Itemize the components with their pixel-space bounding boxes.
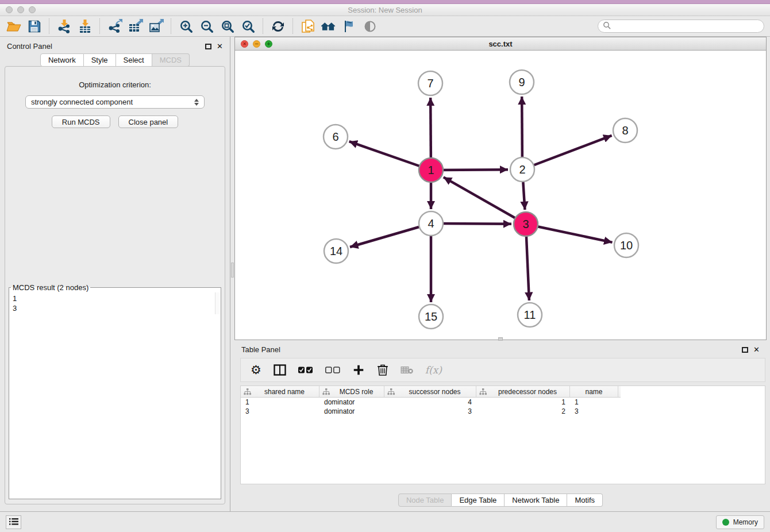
network-window-title: scc.txt	[235, 40, 766, 48]
horizontal-splitter-handle[interactable]	[498, 337, 503, 341]
tab-edge-table[interactable]: Edge Table	[452, 494, 505, 507]
export-table-icon[interactable]	[128, 18, 143, 34]
show-column-icon[interactable]	[274, 363, 286, 377]
add-column-icon[interactable]	[352, 363, 365, 377]
edge-3-1[interactable]	[444, 177, 526, 224]
flag-icon[interactable]	[341, 18, 357, 34]
tab-network-table[interactable]: Network Table	[505, 494, 567, 507]
network-window-titlebar[interactable]: scc.txt	[235, 37, 766, 51]
svg-text:6: 6	[332, 130, 338, 143]
minimize-window-button[interactable]	[17, 6, 24, 13]
control-panel: Control Panel ✕ NetworkStyleSelectMCDS O…	[0, 37, 230, 511]
tab-motifs[interactable]: Motifs	[567, 494, 603, 507]
tab-select[interactable]: Select	[116, 53, 152, 67]
mcds-result-text[interactable]: 1 3	[10, 292, 215, 314]
network-canvas[interactable]: 7968124314101511	[235, 51, 766, 340]
node-1[interactable]: 1	[419, 158, 443, 182]
cell[interactable]: 1	[241, 398, 319, 406]
delete-column-trash-icon[interactable]	[377, 363, 388, 377]
save-session-icon[interactable]	[26, 18, 42, 34]
close-network-icon[interactable]	[241, 40, 248, 48]
minimize-network-icon[interactable]	[253, 40, 260, 48]
vertical-splitter[interactable]	[230, 37, 234, 511]
node-4[interactable]: 4	[419, 211, 443, 236]
close-panel-button[interactable]: Close panel	[118, 115, 179, 128]
column-header-mcds-role[interactable]: MCDS role	[319, 386, 384, 397]
edge-1-6[interactable]	[349, 141, 431, 170]
column-header-successor-nodes[interactable]: successor nodes	[384, 386, 476, 397]
table-row[interactable]: 1dominator411	[241, 398, 765, 407]
network-from-file-icon[interactable]	[300, 18, 315, 34]
zoom-fit-icon[interactable]	[220, 18, 235, 34]
column-header-name[interactable]: name	[570, 386, 618, 397]
criterion-select[interactable]: strongly connected component	[25, 95, 205, 109]
network-graph[interactable]: 7968124314101511	[235, 51, 766, 340]
node-6[interactable]: 6	[324, 125, 348, 149]
node-10[interactable]: 10	[614, 233, 638, 257]
node-11[interactable]: 11	[518, 303, 542, 327]
node-7[interactable]: 7	[418, 71, 442, 95]
table-row[interactable]: 3dominator323	[241, 407, 765, 416]
zoom-in-icon[interactable]	[178, 18, 194, 34]
memory-button[interactable]: Memory	[716, 515, 764, 529]
control-panel-tabs: NetworkStyleSelectMCDS	[0, 53, 230, 67]
open-session-icon[interactable]	[6, 18, 21, 34]
main-area: Control Panel ✕ NetworkStyleSelectMCDS O…	[0, 37, 770, 511]
cell[interactable]: 1	[570, 398, 618, 406]
node-9[interactable]: 9	[510, 70, 534, 94]
import-table-icon[interactable]	[77, 18, 93, 34]
column-tree-icon	[322, 388, 330, 395]
unselect-all-columns-icon[interactable]	[325, 363, 340, 377]
svg-text:11: 11	[524, 309, 536, 321]
tab-mcds[interactable]: MCDS	[152, 53, 190, 67]
zoom-window-button[interactable]	[29, 6, 36, 13]
tab-network[interactable]: Network	[40, 53, 84, 67]
cell[interactable]: 4	[384, 398, 476, 406]
hide-details-eye-icon[interactable]	[362, 18, 378, 34]
search-box[interactable]	[598, 20, 764, 33]
select-all-columns-icon[interactable]	[298, 363, 313, 377]
edge-2-8[interactable]	[522, 136, 612, 169]
cell[interactable]: dominator	[319, 398, 384, 406]
close-table-panel-icon[interactable]: ✕	[753, 346, 760, 353]
function-builder-icon[interactable]: f(x)	[425, 363, 442, 377]
node-2[interactable]: 2	[510, 157, 534, 182]
node-3[interactable]: 3	[514, 212, 538, 236]
import-network-icon[interactable]	[56, 18, 72, 34]
cell[interactable]: dominator	[319, 407, 384, 415]
cell[interactable]: 3	[570, 407, 618, 415]
maximize-network-icon[interactable]	[265, 40, 272, 48]
float-panel-icon[interactable]	[205, 44, 211, 49]
column-header-predecessor-nodes[interactable]: predecessor nodes	[476, 386, 570, 397]
criterion-selected-value: strongly connected component	[31, 98, 133, 106]
cell[interactable]: 1	[476, 398, 570, 406]
apply-layout-icon[interactable]	[270, 18, 286, 34]
run-mcds-button[interactable]: Run MCDS	[52, 115, 110, 128]
node-14[interactable]: 14	[324, 239, 348, 263]
search-input[interactable]	[614, 22, 759, 31]
export-network-icon[interactable]	[107, 18, 122, 34]
float-table-panel-icon[interactable]	[742, 347, 748, 353]
close-window-button[interactable]	[6, 6, 13, 13]
export-image-icon[interactable]	[148, 18, 164, 34]
cell[interactable]: 2	[476, 407, 570, 415]
optimization-criterion-label: Optimization criterion:	[79, 80, 151, 89]
node-15[interactable]: 15	[419, 304, 443, 329]
cell[interactable]: 3	[241, 407, 319, 415]
task-history-button[interactable]	[6, 515, 21, 529]
toolbar-separator	[49, 18, 49, 34]
close-panel-icon[interactable]: ✕	[217, 43, 223, 50]
node-8[interactable]: 8	[613, 118, 637, 142]
edge-3-10[interactable]	[526, 224, 613, 242]
column-header-shared-name[interactable]: shared name	[241, 386, 319, 397]
tab-node-table[interactable]: Node Table	[398, 494, 452, 507]
home-icon[interactable]	[321, 18, 336, 34]
table-options-gear-icon[interactable]: ⚙	[251, 363, 261, 377]
tab-style[interactable]: Style	[84, 53, 116, 67]
result-scrollbar[interactable]	[215, 292, 220, 314]
zoom-out-icon[interactable]	[199, 18, 214, 34]
zoom-selected-icon[interactable]	[240, 18, 256, 34]
splitter-handle[interactable]	[231, 263, 234, 277]
cell[interactable]: 3	[384, 407, 476, 415]
delete-table-icon[interactable]	[401, 363, 413, 377]
